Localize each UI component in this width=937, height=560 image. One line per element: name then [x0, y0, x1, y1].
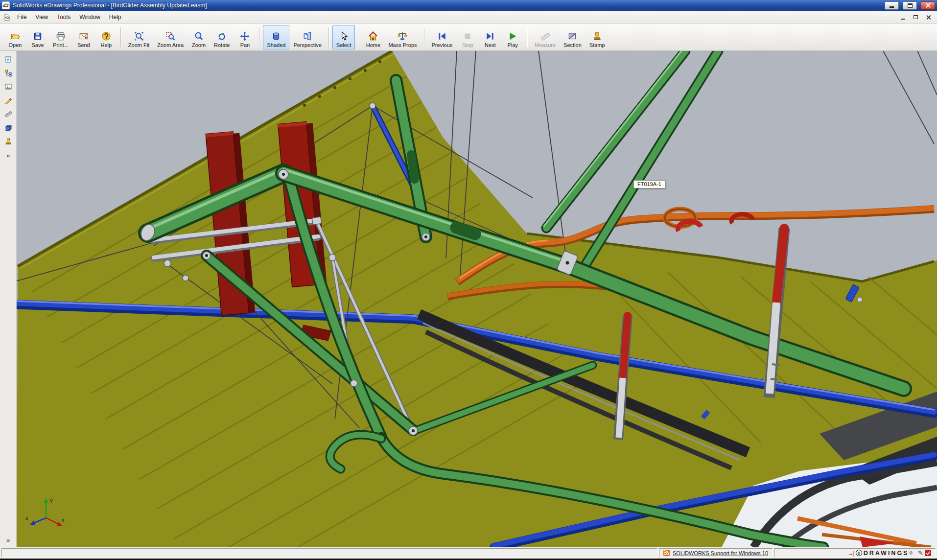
menu-window[interactable]: Window — [75, 12, 105, 23]
help-label: Help — [100, 42, 112, 48]
play-icon — [508, 31, 517, 41]
support-panel: SOLIDWORKS Support for Windows 10 — [659, 548, 773, 558]
print-label: Print... — [53, 42, 69, 48]
document-system-icon[interactable] — [3, 14, 11, 21]
mass-props-cube-icon — [4, 124, 12, 132]
menu-tools[interactable]: Tools — [52, 12, 75, 23]
assembly-tree-panel-button[interactable] — [2, 67, 15, 79]
previous-label: Previous — [432, 42, 453, 48]
save-floppy-icon — [33, 31, 43, 41]
stamp-label: Stamp — [589, 42, 605, 48]
toolbar-separator — [424, 27, 425, 47]
markup-panel-button[interactable] — [2, 94, 15, 106]
edrawings-window: SolidWorks eDrawings Professional - [Bir… — [0, 0, 937, 560]
minimize-button[interactable] — [885, 1, 899, 10]
select-button[interactable]: Select — [332, 25, 355, 49]
mass-props-button[interactable]: Mass Props — [384, 25, 421, 49]
menu-view[interactable]: View — [31, 12, 52, 23]
send-button[interactable]: Send — [72, 25, 95, 49]
menu-file[interactable]: File — [13, 12, 31, 23]
perspective-button[interactable]: Perspective — [289, 25, 325, 49]
file-group: Open Save Print... Send Help — [4, 25, 117, 49]
rotate-label: Rotate — [214, 42, 230, 48]
analysis-group: Measure Section Stamp — [531, 25, 609, 49]
zoom-fit-label: Zoom Fit — [128, 42, 149, 48]
send-envelope-icon — [79, 31, 89, 41]
stamp-icon — [592, 31, 602, 41]
mdi-restore-button[interactable] — [910, 13, 922, 22]
zoom-area-button[interactable]: Zoom Area — [153, 25, 187, 49]
zoom-fit-button[interactable]: Zoom Fit — [124, 25, 153, 49]
mdi-close-icon — [926, 15, 931, 20]
open-button[interactable]: Open — [4, 25, 26, 49]
close-icon — [926, 3, 931, 8]
toolbar-separator — [259, 27, 260, 47]
file-pages-panel-button[interactable] — [2, 53, 15, 65]
previous-button[interactable]: Previous — [428, 25, 457, 49]
stop-label: Stop — [462, 42, 473, 48]
next-button[interactable]: Next — [479, 25, 501, 49]
brand-arrow-icon: →| — [848, 550, 854, 557]
printer-icon — [56, 31, 66, 41]
menu-help[interactable]: Help — [105, 12, 126, 23]
axis-y-label: Y — [49, 498, 53, 504]
mass-props-icon — [398, 31, 407, 41]
side-toolbar: » » — [0, 51, 17, 547]
window-title: SolidWorks eDrawings Professional - [Bir… — [13, 2, 207, 9]
print-button[interactable]: Print... — [49, 25, 72, 49]
stamp-button[interactable]: Stamp — [586, 25, 609, 49]
section-button[interactable]: Section — [560, 25, 586, 49]
save-button[interactable]: Save — [26, 25, 49, 49]
stop-icon — [463, 31, 472, 41]
markup-pencil-status-icon[interactable]: ✎ — [918, 549, 923, 557]
stop-button[interactable]: Stop — [456, 25, 479, 49]
mdi-close-button[interactable] — [922, 13, 935, 22]
markup-pencil-icon — [4, 96, 12, 104]
help-icon — [101, 31, 111, 41]
measure-ruler-icon — [4, 110, 12, 118]
play-button[interactable]: Play — [501, 25, 524, 49]
pan-label: Pan — [240, 42, 250, 48]
pan-button[interactable]: Pan — [234, 25, 256, 49]
home-button[interactable]: Home — [362, 25, 384, 49]
restore-icon — [908, 3, 913, 8]
zoom-group: Zoom Fit Zoom Area Zoom Rotate Pan — [124, 25, 257, 49]
main-area: » » — [0, 51, 937, 547]
restore-button[interactable] — [903, 1, 917, 10]
toolbar-separator — [358, 27, 359, 47]
help-button[interactable]: Help — [95, 25, 117, 49]
select-group: Select — [332, 25, 355, 49]
measure-panel-button[interactable] — [2, 108, 15, 120]
image-panel-button[interactable] — [2, 81, 15, 93]
titlebar: SolidWorks eDrawings Professional - [Bir… — [0, 0, 937, 11]
perspective-label: Perspective — [293, 42, 321, 48]
orientation-triad: Y x z — [24, 496, 69, 535]
side-toolbar-more-button[interactable]: » — [2, 149, 15, 161]
next-label: Next — [485, 42, 496, 48]
support-link[interactable]: SOLIDWORKS Support for Windows 10 — [673, 550, 768, 556]
app-icon — [2, 1, 10, 9]
shaded-icon — [271, 31, 281, 41]
measure-label: Measure — [535, 42, 556, 48]
shaded-button[interactable]: Shaded — [263, 25, 289, 49]
edrawings-logo-e-icon: e — [856, 550, 862, 556]
open-label: Open — [9, 42, 22, 48]
mdi-minimize-button[interactable] — [897, 13, 909, 22]
measure-button[interactable]: Measure — [531, 25, 560, 49]
side-toolbar-overflow-button[interactable]: » — [2, 534, 15, 546]
rotate-button[interactable]: Rotate — [210, 25, 234, 49]
chevron-overflow-icon: » — [6, 537, 10, 543]
animation-group: Previous Stop Next Play — [428, 25, 524, 49]
mass-props-panel-button[interactable] — [2, 122, 15, 134]
zoom-fit-icon — [134, 31, 144, 41]
close-button[interactable] — [921, 1, 935, 10]
brand-name: DRAWINGS — [864, 550, 909, 557]
zoom-button[interactable]: Zoom — [187, 25, 210, 49]
file-pages-icon — [4, 55, 12, 63]
zoom-area-icon — [165, 31, 175, 41]
viewport-3d[interactable]: FT019A-1 Y x z — [17, 51, 937, 547]
stamp-panel-button[interactable] — [2, 136, 15, 147]
red-marker-icon[interactable] — [925, 550, 931, 556]
perspective-icon — [303, 31, 312, 41]
zoom-label: Zoom — [192, 42, 206, 48]
